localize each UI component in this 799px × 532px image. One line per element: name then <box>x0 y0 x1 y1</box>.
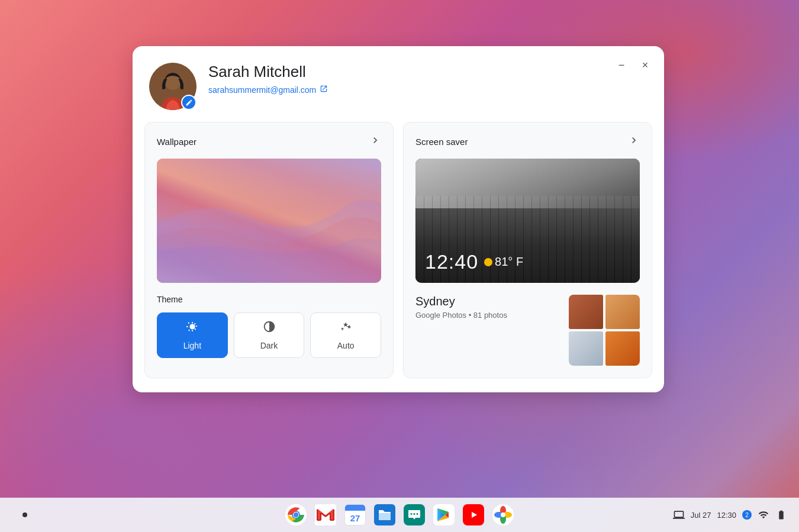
auto-label: Auto <box>337 341 355 350</box>
taskbar: 27 <box>0 498 799 532</box>
calendar-top <box>345 505 365 511</box>
screensaver-title: Screen saver <box>415 137 468 147</box>
calendar-date: 27 <box>345 511 365 525</box>
notification-badge[interactable]: 2 <box>742 510 752 520</box>
wallpaper-card-header: Wallpaper <box>157 134 381 149</box>
screensaver-card: Screen saver 12:40 81° <box>403 122 652 378</box>
light-label: Light <box>183 341 201 350</box>
screensaver-time: 12:40 <box>425 250 478 273</box>
calendar-icon: 27 <box>344 504 366 525</box>
svg-point-18 <box>414 513 415 515</box>
user-name: Sarah Mitchell <box>208 63 328 81</box>
theme-label: Theme <box>157 295 381 304</box>
screensaver-card-header: Screen saver <box>415 134 640 149</box>
calendar-app[interactable]: 27 <box>342 502 368 528</box>
date-text: Jul 27 <box>691 511 711 520</box>
screensaver-meta: Google Photos • 81 photos <box>415 311 507 320</box>
photo-grid <box>569 295 640 366</box>
photos-app[interactable] <box>490 502 516 528</box>
screensaver-overlay: 12:40 81° F <box>425 250 523 273</box>
launcher-dot <box>22 512 27 517</box>
screen-share-icon[interactable] <box>673 509 685 521</box>
light-icon <box>186 320 199 336</box>
weather-dot-icon <box>484 258 492 266</box>
taskbar-right: Jul 27 12:30 2 <box>673 509 787 521</box>
files-icon <box>374 504 395 525</box>
album-count: 81 photos <box>473 311 507 320</box>
photo-cell-3 <box>569 331 603 366</box>
playstore-icon <box>433 504 455 525</box>
user-info: Sarah Mitchell sarahsummermit@gmail.com <box>208 63 328 95</box>
screensaver-preview[interactable]: 12:40 81° F <box>415 159 640 283</box>
theme-button-dark[interactable]: Dark <box>234 312 305 358</box>
youtube-app[interactable] <box>460 502 487 528</box>
wifi-icon[interactable] <box>758 509 769 521</box>
wallpaper-preview[interactable] <box>157 159 381 283</box>
taskbar-apps: 27 <box>283 502 516 528</box>
photo-cell-2 <box>605 295 640 329</box>
chat-app[interactable] <box>401 502 427 528</box>
time-display: 12:30 <box>717 511 736 520</box>
chat-icon <box>404 504 425 525</box>
wallpaper-card: Wallpaper Theme <box>144 122 394 378</box>
screensaver-info: Sydney Google Photos • 81 photos <box>415 295 640 366</box>
user-email[interactable]: sarahsummermit@gmail.com <box>208 85 328 95</box>
photo-cell-1 <box>569 295 603 329</box>
auto-icon <box>339 320 352 336</box>
wallpaper-title: Wallpaper <box>157 137 196 147</box>
youtube-icon <box>463 504 484 525</box>
settings-dialog: − × <box>133 46 664 392</box>
wallpaper-svg <box>157 159 381 283</box>
battery-icon[interactable] <box>775 509 787 521</box>
avatar-edit-button[interactable] <box>181 95 196 110</box>
gmail-icon <box>315 504 336 525</box>
svg-point-27 <box>501 512 505 517</box>
album-source: Google Photos <box>415 311 466 320</box>
screensaver-temperature: 81° F <box>495 255 523 269</box>
photos-icon <box>492 504 514 525</box>
screensaver-location: Sydney <box>415 295 507 308</box>
theme-section: Theme Light <box>157 295 381 358</box>
chrome-icon <box>285 504 307 525</box>
svg-point-19 <box>417 513 418 515</box>
playstore-app[interactable] <box>431 502 457 528</box>
email-text: sarahsummermit@gmail.com <box>208 85 316 95</box>
chrome-app[interactable] <box>283 502 309 528</box>
avatar-wrap <box>149 63 196 110</box>
gmail-app[interactable] <box>312 502 339 528</box>
theme-button-light[interactable]: Light <box>157 312 228 358</box>
theme-button-auto[interactable]: Auto <box>310 312 381 358</box>
wallpaper-arrow[interactable] <box>369 134 381 149</box>
photo-cell-4 <box>605 331 640 366</box>
svg-point-4 <box>294 512 298 517</box>
dark-label: Dark <box>260 341 278 350</box>
external-link-icon <box>320 85 328 95</box>
screensaver-weather: 81° F <box>484 255 523 269</box>
svg-point-17 <box>411 513 413 515</box>
screensaver-text: Sydney Google Photos • 81 photos <box>415 295 507 320</box>
time-text: 12:30 <box>717 511 736 520</box>
files-app[interactable] <box>372 502 398 528</box>
dialog-header: Sarah Mitchell sarahsummermit@gmail.com <box>133 46 664 122</box>
dot-sep: • <box>469 311 473 320</box>
date-display: Jul 27 <box>691 511 711 520</box>
cards-row: Wallpaper Theme <box>133 122 664 392</box>
theme-buttons: Light Dark <box>157 312 381 358</box>
launcher-button[interactable] <box>12 502 38 528</box>
taskbar-left <box>12 502 38 528</box>
dark-icon <box>263 320 276 336</box>
screensaver-arrow[interactable] <box>628 134 640 149</box>
